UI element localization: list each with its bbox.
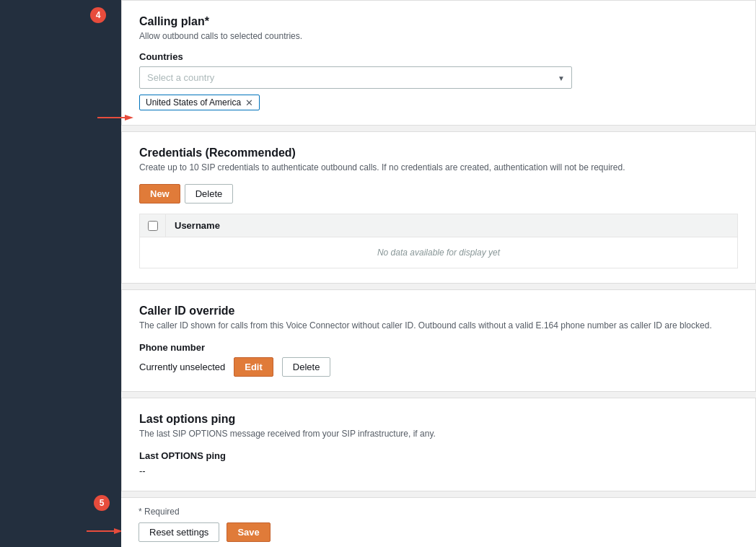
country-tag-label: United States of America <box>146 97 241 108</box>
footer-wrapper: 5 * Required Reset settings Save <box>121 497 756 547</box>
phone-number-field: Phone number Currently unselected Edit D… <box>139 342 738 377</box>
table-checkbox-header <box>140 214 166 237</box>
credentials-section: Credentials (Recommended) Create up to 1… <box>121 131 756 284</box>
last-options-ping-desc: The last SIP OPTIONS message received fr… <box>139 429 738 439</box>
save-button[interactable]: Save <box>227 522 270 542</box>
page-wrapper: 4 Calling plan* Allow outbound calls to … <box>0 0 756 547</box>
username-column-header: Username <box>166 214 737 237</box>
credentials-table-header: Username <box>139 214 738 237</box>
caller-id-value: Currently unselected <box>139 362 225 372</box>
svg-marker-1 <box>125 115 133 121</box>
table-select-all-checkbox[interactable] <box>148 221 158 231</box>
delete-caller-id-button[interactable]: Delete <box>282 357 331 377</box>
footer-buttons: Reset settings Save <box>139 522 739 542</box>
footer-content: * Required Reset settings Save <box>139 507 739 542</box>
delete-credential-button[interactable]: Delete <box>185 184 234 204</box>
footer-bar: * Required Reset settings Save <box>121 497 756 547</box>
options-ping-value: -- <box>139 465 738 476</box>
caller-id-desc: The caller ID shown for calls from this … <box>139 320 738 331</box>
credentials-buttons: New Delete <box>139 184 738 204</box>
calling-plan-desc: Allow outbound calls to selected countri… <box>139 31 738 41</box>
last-options-ping-section: Last options ping The last SIP OPTIONS m… <box>121 398 756 491</box>
step-4-indicator: 4 <box>90 7 106 23</box>
main-content: 4 Calling plan* Allow outbound calls to … <box>121 0 756 547</box>
step-5-indicator: 5 <box>94 495 110 511</box>
country-tag-us: United States of America ✕ <box>139 95 260 110</box>
caller-id-title: Caller ID override <box>139 305 738 318</box>
required-note: * Required <box>139 507 739 517</box>
calling-plan-section: 4 Calling plan* Allow outbound calls to … <box>121 0 756 126</box>
arrow-5 <box>87 526 123 536</box>
countries-select-wrapper: Select a country ▼ <box>139 66 572 89</box>
selected-countries: United States of America ✕ <box>139 95 738 110</box>
country-select[interactable]: Select a country <box>139 66 572 89</box>
last-options-ping-title: Last options ping <box>139 413 738 426</box>
caller-id-row: Currently unselected Edit Delete <box>139 357 738 377</box>
new-credential-button[interactable]: New <box>139 184 180 204</box>
credentials-title: Credentials (Recommended) <box>139 146 738 159</box>
options-ping-field: Last OPTIONS ping -- <box>139 450 738 476</box>
phone-number-label: Phone number <box>139 342 738 353</box>
options-ping-label: Last OPTIONS ping <box>139 450 738 461</box>
edit-caller-id-button[interactable]: Edit <box>234 357 273 377</box>
countries-label: Countries <box>139 51 738 62</box>
arrow-4 <box>97 113 133 123</box>
reset-settings-button[interactable]: Reset settings <box>139 522 219 542</box>
sidebar <box>0 0 121 547</box>
table-empty-message: No data available for display yet <box>139 237 738 268</box>
country-tag-remove[interactable]: ✕ <box>245 98 253 108</box>
caller-id-section: Caller ID override The caller ID shown f… <box>121 289 756 392</box>
calling-plan-title: Calling plan* <box>139 15 738 28</box>
credentials-desc: Create up to 10 SIP credentials to authe… <box>139 162 738 172</box>
